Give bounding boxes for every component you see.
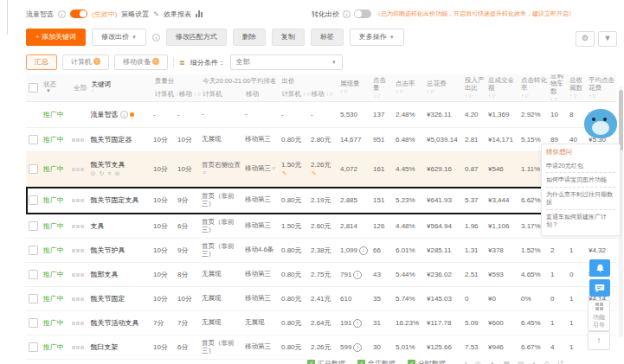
sort-icon[interactable]: ↑ xyxy=(488,93,491,99)
filter-funnel-icon[interactable]: ▽ xyxy=(492,93,495,99)
row-checkbox[interactable] xyxy=(29,135,38,144)
row-checkbox[interactable] xyxy=(29,246,38,255)
legend-item[interactable]: ✓ 全店数据 xyxy=(357,359,396,364)
status-header[interactable]: 状态▼ xyxy=(42,74,71,101)
metric-header[interactable]: 点击量↓▽ xyxy=(371,74,394,101)
sort-icon[interactable]: ↑ xyxy=(589,93,591,99)
refresh-icon[interactable]: ↻ xyxy=(99,170,104,177)
sort-icon[interactable]: ↑ xyxy=(427,89,429,94)
rank-detail-icon[interactable]: ≡ xyxy=(203,169,206,176)
collapse-button[interactable]: ▼ xyxy=(598,31,617,47)
faq-item[interactable]: 为什么查不到过往日期数据 xyxy=(546,187,615,209)
table-row[interactable]: 推广中髋关节固定器10分10分无展现移动第三0.80元2.80元14,67795… xyxy=(26,128,616,152)
info-icon[interactable]: i xyxy=(120,111,128,118)
feature-guide-button[interactable]: 功能引导 xyxy=(588,300,610,331)
modify-match-button[interactable]: 修改匹配方式 xyxy=(166,29,227,46)
metric-header[interactable]: 投入产出比↑▽ xyxy=(463,74,486,101)
scope-header[interactable]: 全部 xyxy=(71,74,90,101)
segment-filter-select[interactable]: 全部▼ xyxy=(230,54,343,70)
table-row[interactable]: 推广中髋关节护具10分9分首页（非前三）移动4-6条0.80元2.38元1,09… xyxy=(26,239,616,263)
sort-up-icon[interactable]: ↑ xyxy=(194,92,196,97)
history-icon[interactable]: ⊙ xyxy=(91,170,96,177)
remove-icon[interactable]: ⊖ xyxy=(114,170,119,177)
metric-header[interactable]: 点击率↑▽ xyxy=(394,74,425,101)
legend-item[interactable]: ✓ 汇总数据 xyxy=(307,359,345,364)
tab-pc[interactable]: 计算机! xyxy=(62,54,109,70)
row-checkbox[interactable] xyxy=(29,294,38,303)
edit-bid-icon[interactable]: ✎ xyxy=(312,170,317,176)
impression-info-icon[interactable]: ! xyxy=(353,343,362,352)
sub-header[interactable]: 计算机 ↑▽ xyxy=(280,90,310,99)
checked-box-icon[interactable]: ✓ xyxy=(408,360,415,364)
row-checkbox[interactable] xyxy=(29,221,38,231)
sort-icon[interactable]: ↑ xyxy=(396,89,398,94)
assistant-mascot-icon[interactable] xyxy=(582,104,621,142)
filter-funnel-icon[interactable]: ▽ xyxy=(468,93,472,99)
sort-icon[interactable]: ↑ xyxy=(550,97,553,101)
sort-up-icon[interactable]: ↑ xyxy=(303,92,306,97)
table-row[interactable]: 推广中髋关节固定支具10分9分首页（非前三）移动第三0.80元2.19元2,88… xyxy=(26,187,616,214)
impression-info-icon[interactable]: ! xyxy=(359,246,368,255)
sort-up-icon[interactable]: ↑ xyxy=(326,92,329,97)
table-row[interactable]: 推广中髋关节活动支具7分7分无展现无展现0.80元2.64元191!3116.2… xyxy=(26,311,616,335)
tab-summary[interactable]: 汇总 xyxy=(26,54,57,70)
sub-header[interactable]: 移动 xyxy=(244,90,280,99)
metric-header[interactable]: 总花费↑▽ xyxy=(425,74,463,101)
keyword-header[interactable]: 关键词 ↑ xyxy=(89,74,152,101)
keyword-text[interactable]: 髋臼支架 xyxy=(91,343,119,351)
keyword-text[interactable]: 支具 xyxy=(91,222,105,230)
faq-item[interactable]: 如何申请宝贝图片功能 xyxy=(546,172,615,186)
impression-info-icon[interactable]: ! xyxy=(353,271,362,279)
sort-icon[interactable]: ↑ xyxy=(521,93,524,99)
metric-header[interactable]: 总收藏数↑▽ xyxy=(568,74,587,101)
delete-button[interactable]: 删除 xyxy=(233,29,266,46)
report-link[interactable]: 效果报表 xyxy=(164,10,191,19)
info-icon[interactable]: i xyxy=(152,34,160,42)
rank-detail-icon[interactable]: ≡ xyxy=(272,165,275,171)
gear-icon[interactable]: ⚙ xyxy=(576,31,595,47)
conversion-bid-toggle[interactable] xyxy=(354,10,371,18)
more-actions-button[interactable]: 更多操作▼ xyxy=(350,29,404,46)
metric-header[interactable]: 平均点击花费↑▽ xyxy=(587,74,616,101)
sort-icon[interactable]: ↑ xyxy=(465,93,467,99)
back-to-top-button[interactable]: ↑ xyxy=(588,331,610,350)
metric-header[interactable]: 点击转化率↑▽ xyxy=(519,74,549,101)
keyword-text[interactable]: 髋关节活动支具 xyxy=(91,319,139,327)
filter-funnel-icon[interactable]: ▽ xyxy=(573,93,576,99)
table-row[interactable]: 推广中髋关节支具⊙↻≡⊖10分10分首页右侧位置≡移动第三≡1.50元✎2.26… xyxy=(26,152,616,187)
metric-header[interactable]: 总购物车数↑▽ xyxy=(549,74,568,101)
table-row[interactable]: 推广中流量智选i------5,5301372.48%¥326.114.20¥1… xyxy=(26,102,616,128)
checked-box-icon[interactable]: ✓ xyxy=(357,360,365,364)
checked-box-icon[interactable]: ✓ xyxy=(307,360,315,364)
legend-item[interactable]: ✓ 分时数据 xyxy=(408,359,446,364)
strategy-settings-link[interactable]: 策略设置 xyxy=(121,10,149,19)
sub-header[interactable]: 计算机 ↑▽ xyxy=(153,90,177,99)
sort-icon[interactable]: ↑ xyxy=(340,89,343,94)
modify-bid-button[interactable]: 修改出价▼ xyxy=(92,29,146,46)
notification-bell-button[interactable] xyxy=(589,259,610,277)
keyword-text[interactable]: 髋部支具 xyxy=(91,271,119,278)
sort-icon[interactable]: ↑ xyxy=(569,93,572,99)
keyword-text[interactable]: 髋关节固定器 xyxy=(91,136,132,144)
chat-button[interactable] xyxy=(589,279,610,297)
row-checkbox[interactable] xyxy=(29,270,38,279)
row-checkbox[interactable] xyxy=(29,342,38,352)
keyword-text[interactable]: 髋关节支具 xyxy=(91,161,125,169)
sub-header[interactable]: 计算机 xyxy=(201,90,244,99)
table-row[interactable]: 推广中髋部支具10分8分无展现移动第三0.80元2.75元791!435.44%… xyxy=(26,263,616,287)
add-keyword-button[interactable]: + 添加关键词 xyxy=(26,29,86,46)
metric-header[interactable]: 展现量↑▽ xyxy=(338,74,371,101)
row-checkbox[interactable] xyxy=(29,195,38,205)
table-row[interactable]: 推广中支具10分6分首页（非前三）移动第三1.50元2.60元2,8141264… xyxy=(26,214,616,239)
filter-funnel-icon[interactable]: ▽ xyxy=(554,97,557,101)
filter-funnel-icon[interactable]: ▽ xyxy=(376,93,380,99)
info-icon[interactable]: i xyxy=(58,10,66,18)
keyword-text[interactable]: 流量智选 xyxy=(91,111,119,118)
row-checkbox[interactable] xyxy=(29,164,38,174)
keyword-text[interactable]: 髋关节固定 xyxy=(91,295,125,303)
tag-button[interactable]: 标签 xyxy=(311,29,344,46)
keyword-text[interactable]: 髋关节护具 xyxy=(91,246,125,254)
sort-icon[interactable]: ↓ xyxy=(373,93,376,99)
sub-header[interactable]: 移动 ↑▽ xyxy=(177,90,202,99)
filter-funnel-icon[interactable]: ▽ xyxy=(592,93,595,99)
